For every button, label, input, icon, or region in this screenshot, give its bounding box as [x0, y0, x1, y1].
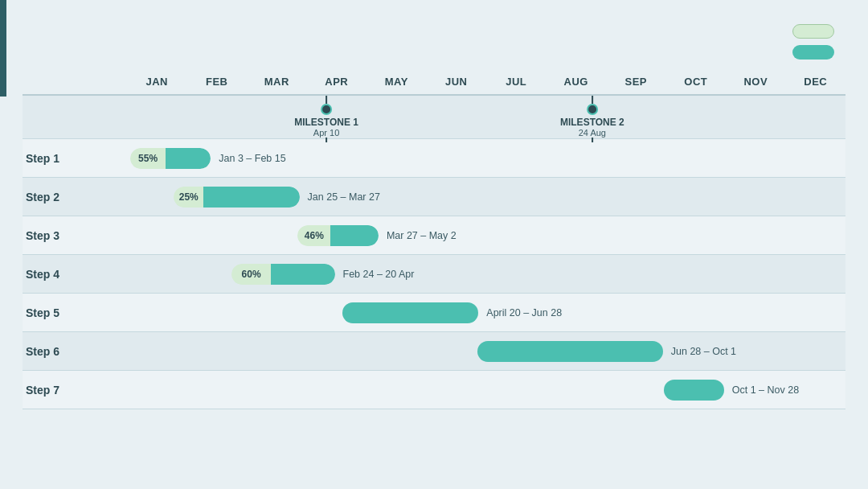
month-nov: NOV: [726, 69, 786, 94]
legend-wip-box: [792, 24, 834, 39]
step-row-6: Step 6Jun 28 – Oct 1: [23, 332, 845, 371]
legend-est: [792, 45, 842, 60]
gantt-bar-1: 55%: [130, 148, 211, 169]
month-mar: MAR: [247, 69, 307, 94]
bar-date-2: Jan 25 – Mar 27: [308, 191, 380, 203]
month-apr: APR: [307, 69, 367, 94]
month-oct: OCT: [666, 69, 727, 94]
bar-date-3: Mar 27 – May 2: [387, 230, 457, 241]
gantt-bar-4: 60%: [231, 264, 334, 285]
bar-date-4: Feb 24 – 20 Apr: [343, 269, 415, 280]
month-aug: AUG: [547, 69, 607, 94]
step-label-2: Step 2: [23, 191, 127, 203]
legend-wip: [792, 24, 842, 39]
month-label-empty: [23, 69, 127, 94]
step-label-3: Step 3: [23, 229, 127, 242]
month-may: MAY: [366, 69, 427, 94]
bar-date-5: April 20 – Jun 28: [486, 307, 562, 318]
legend-est-box: [792, 45, 834, 60]
gantt-bar-3: 46%: [297, 225, 379, 246]
step-label-4: Step 4: [23, 268, 127, 281]
step-label-6: Step 6: [23, 345, 127, 358]
milestone-row: MILESTONE 1 Apr 10 MILESTONE 2 24 Aug: [23, 96, 845, 139]
timeline-section: JAN FEB MAR APR MAY JUN JUL AUG SEP OCT …: [0, 69, 868, 489]
month-jul: JUL: [486, 69, 547, 94]
month-sep: SEP: [606, 69, 666, 94]
page-container: JAN FEB MAR APR MAY JUN JUL AUG SEP OCT …: [0, 0, 868, 489]
accent-bar: [0, 0, 6, 97]
bar-date-1: Jan 3 – Feb 15: [219, 153, 285, 164]
step-label-5: Step 5: [23, 306, 127, 319]
month-dec: DEC: [786, 69, 846, 94]
milestone-1: MILESTONE 1 Apr 10: [294, 96, 358, 142]
gantt-bar-5: [342, 302, 478, 323]
month-jan: JAN: [127, 69, 187, 94]
step-row-1: Step 155%Jan 3 – Feb 15: [23, 139, 845, 178]
steps-container: Step 155%Jan 3 – Feb 15Step 225%Jan 25 –…: [23, 139, 845, 409]
legend: [792, 24, 842, 60]
gantt-bar-6: [477, 341, 663, 362]
bar-date-6: Jun 28 – Oct 1: [671, 346, 736, 357]
step-row-2: Step 225%Jan 25 – Mar 27: [23, 178, 845, 216]
step-row-7: Step 7Oct 1 – Nov 28: [23, 371, 845, 409]
month-feb: FEB: [187, 69, 248, 94]
month-jun: JUN: [427, 69, 487, 94]
months-row: JAN FEB MAR APR MAY JUN JUL AUG SEP OCT …: [23, 69, 845, 96]
gantt-bar-7: [664, 380, 724, 401]
step-row-5: Step 5April 20 – Jun 28: [23, 294, 845, 332]
step-label-7: Step 7: [23, 384, 127, 397]
header: [0, 0, 868, 69]
step-row-3: Step 346%Mar 27 – May 2: [23, 216, 845, 255]
step-row-4: Step 460%Feb 24 – 20 Apr: [23, 255, 845, 294]
gantt-bar-2: 25%: [174, 187, 299, 208]
bar-date-7: Oct 1 – Nov 28: [732, 384, 799, 396]
milestone-2: MILESTONE 2 24 Aug: [560, 96, 624, 142]
step-label-1: Step 1: [23, 152, 127, 165]
